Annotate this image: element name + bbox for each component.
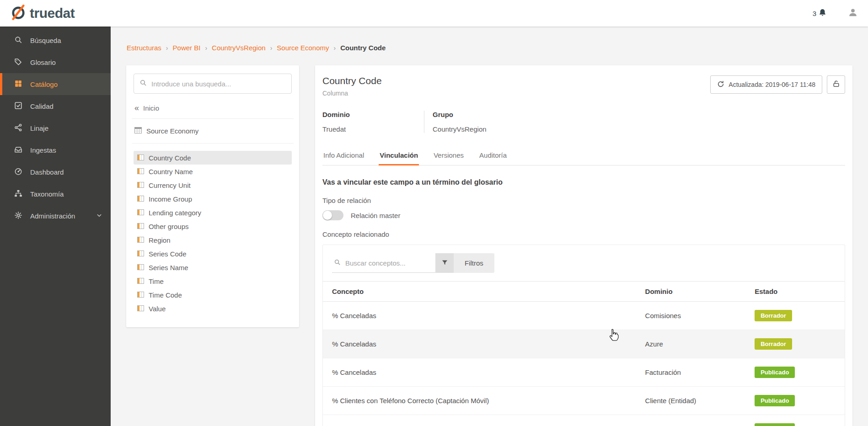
column-icon (137, 181, 144, 189)
filters-button[interactable]: Filtros (454, 253, 494, 273)
breadcrumb-separator (166, 44, 168, 52)
filter-toggle-button[interactable] (435, 253, 454, 273)
breadcrumb-source-economy[interactable]: Source Economy (277, 44, 329, 52)
sidebar-item-busqueda[interactable]: Búsqueda (0, 29, 111, 51)
concept-cell: % Canceladas (323, 358, 636, 387)
column-item-series-name[interactable]: Series Name (134, 261, 292, 274)
tag-icon (14, 58, 22, 67)
column-icon (137, 209, 144, 217)
tab-vinculacion[interactable]: Vinculación (379, 147, 419, 165)
main-sidebar: Búsqueda Glosario Catálogo Calidad Linaj… (0, 27, 111, 426)
relation-type-label: Tipo de relación (322, 197, 845, 204)
column-item-series-code[interactable]: Series Code (134, 247, 292, 261)
column-item-value[interactable]: Value (134, 302, 292, 315)
sidebar-item-label: Taxonomía (30, 190, 64, 198)
parent-table-label: Source Economy (146, 127, 198, 135)
column-icon (137, 250, 144, 258)
sidebar-item-label: Calidad (30, 102, 54, 110)
user-menu-button[interactable] (848, 7, 858, 19)
notification-count: 3 (813, 10, 816, 17)
page-title: Country Code (322, 75, 382, 86)
notifications-button[interactable]: 3 (813, 8, 827, 18)
concept-row[interactable]: % Canceladas Facturación Publicado (323, 358, 845, 387)
sidebar-item-label: Búsqueda (30, 37, 61, 44)
sidebar-item-administracion[interactable]: Administración (0, 205, 111, 227)
column-item-other-groups[interactable]: Other groups (134, 219, 292, 233)
concept-row[interactable]: % Canceladas Azure Borrador (323, 330, 845, 358)
column-item-region[interactable]: Region (134, 233, 292, 247)
column-icon (137, 223, 144, 230)
column-item-country-code[interactable]: Country Code (134, 151, 292, 165)
tab-versiones[interactable]: Versiones (433, 147, 465, 165)
parent-table-item[interactable]: Source Economy (134, 127, 291, 135)
column-label: Time (149, 277, 164, 285)
column-label: Country Code (149, 154, 191, 162)
lock-button[interactable] (827, 75, 845, 94)
sidebar-item-catalogo[interactable]: Catálogo (0, 73, 111, 95)
sidebar-item-label: Linaje (30, 124, 48, 132)
sidebar-item-label: Administración (30, 212, 75, 220)
column-label: Other groups (149, 223, 189, 230)
tab-auditoria[interactable]: Auditoría (478, 147, 508, 165)
truedat-logo[interactable]: truedat (10, 4, 75, 22)
concept-row[interactable]: % Clientes con Teléfono Erróneo (Captaci… (323, 415, 845, 426)
domain-cell: Cliente (Entidad) (636, 415, 746, 426)
tab-info-adicional[interactable]: Info Adicional (322, 147, 365, 165)
domain-value: Truedat (322, 125, 424, 133)
column-label: Value (149, 305, 166, 313)
back-label: Inicio (143, 104, 159, 112)
column-icon (137, 236, 144, 244)
toggle-knob (323, 211, 332, 220)
breadcrumb-countryvsregion[interactable]: CountryVsRegion (212, 44, 266, 52)
domain-label: Dominio (322, 111, 424, 118)
top-header: truedat 3 (0, 0, 868, 27)
concept-search-input[interactable] (345, 259, 436, 267)
column-item-income-group[interactable]: Income Group (134, 192, 292, 206)
master-relation-toggle[interactable] (322, 210, 343, 220)
refresh-icon (717, 80, 724, 89)
sidebar-item-label: Glosario (30, 59, 56, 66)
column-label: Series Code (149, 250, 187, 258)
breadcrumb-estructuras[interactable]: Estructuras (127, 44, 161, 52)
detail-tabs: Info Adicional Vinculación Versiones Aud… (322, 147, 845, 165)
sidebar-item-label: Catálogo (30, 80, 58, 88)
sidebar-item-taxonomia[interactable]: Taxonomía (0, 183, 111, 205)
sidebar-item-ingestas[interactable]: Ingestas (0, 139, 111, 161)
sidebar-item-glosario[interactable]: Glosario (0, 51, 111, 73)
sidebar-item-linaje[interactable]: Linaje (0, 117, 111, 139)
column-label: Region (149, 236, 171, 244)
unlock-icon (832, 80, 840, 89)
concept-search-box (332, 253, 435, 273)
sidebar-item-label: Dashboard (30, 168, 64, 176)
group-value: CountryVsRegion (433, 125, 487, 133)
column-item-time[interactable]: Time (134, 274, 292, 288)
sitemap-icon (14, 189, 22, 199)
concept-cell: % Canceladas (323, 302, 636, 330)
column-item-lending-category[interactable]: Lending category (134, 206, 292, 219)
related-concept-label: Concepto relacionado (322, 230, 845, 238)
gear-icon (14, 211, 22, 221)
search-icon (334, 259, 341, 267)
column-item-currency-unit[interactable]: Currency Unit (134, 178, 292, 192)
concept-row[interactable]: % Canceladas Comisiones Borrador (323, 302, 845, 330)
grid-icon (14, 80, 22, 89)
breadcrumb-power-bi[interactable]: Power BI (173, 44, 201, 52)
sidebar-item-calidad[interactable]: Calidad (0, 95, 111, 117)
detail-panel: Country Code Columna Actualizada: 2019-0… (315, 65, 852, 426)
refresh-updated-button[interactable]: Actualizada: 2019-06-17 11:48 (710, 75, 822, 94)
back-to-start-link[interactable]: Inicio (134, 104, 291, 112)
status-badge: Borrador (755, 338, 792, 350)
concept-row[interactable]: % Clientes con Teléfono Correcto (Captac… (323, 387, 845, 415)
column-item-time-code[interactable]: Time Code (134, 288, 292, 302)
breadcrumb-current: Country Code (340, 44, 386, 52)
sidebar-item-dashboard[interactable]: Dashboard (0, 161, 111, 183)
column-label: Country Name (149, 168, 193, 176)
column-header-concepto: Concepto (323, 282, 636, 302)
updated-label: Actualizada: 2019-06-17 11:48 (729, 81, 815, 88)
status-badge: Publicado (755, 423, 795, 426)
status-badge: Publicado (755, 367, 795, 378)
divider (132, 118, 294, 119)
structure-search-input[interactable] (151, 80, 286, 88)
column-item-country-name[interactable]: Country Name (134, 165, 292, 178)
column-header-estado: Estado (745, 282, 845, 302)
